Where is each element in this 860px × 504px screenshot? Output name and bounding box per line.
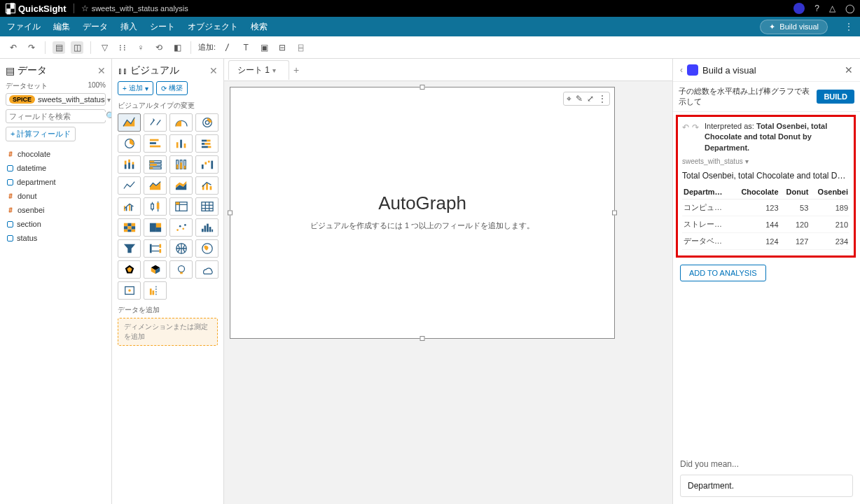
user-icon[interactable]: ◯ xyxy=(845,4,854,13)
vis-table-icon[interactable] xyxy=(195,197,219,216)
vis-geo-filled-icon[interactable] xyxy=(195,239,219,258)
nl-prompt-text[interactable]: 子の総数を水平積み上げ棒グラフで表示して xyxy=(679,86,813,107)
handle-top[interactable] xyxy=(420,85,425,90)
visual-panel-toggle-icon[interactable]: ◫ xyxy=(71,41,83,54)
vis-heatmap-icon[interactable] xyxy=(118,218,141,237)
handle-bottom[interactable] xyxy=(420,336,425,341)
vis-donut-icon[interactable] xyxy=(195,113,219,132)
vis-geo-points-icon[interactable] xyxy=(169,239,193,258)
vis-autograph-icon[interactable] xyxy=(118,113,141,132)
vis-sankey-icon[interactable] xyxy=(144,239,167,258)
structure-button[interactable]: ⟳ 構築 xyxy=(156,81,188,95)
vis-treemap-icon[interactable] xyxy=(144,218,167,237)
q-icon[interactable] xyxy=(793,3,805,14)
product-logo[interactable]: ▞ QuickSight xyxy=(6,4,67,14)
vis-hbar-icon[interactable] xyxy=(144,134,167,153)
notifications-icon[interactable]: △ xyxy=(829,4,835,13)
field-item[interactable]: status xyxy=(6,231,106,245)
vis-insight-icon[interactable] xyxy=(169,260,193,279)
back-icon[interactable]: ‹ xyxy=(680,65,683,75)
build-visual-pill[interactable]: ✦ Build visual xyxy=(760,20,828,34)
more-icon[interactable]: ⋮ xyxy=(598,94,606,104)
build-button[interactable]: BUILD xyxy=(817,90,854,104)
vis-scatter-icon[interactable] xyxy=(169,218,193,237)
field-dropzone[interactable]: ディメンションまたは測定を追加 xyxy=(118,318,218,346)
field-search[interactable]: 🔍 xyxy=(6,109,106,123)
redo-icon[interactable]: ↷ xyxy=(25,41,38,54)
sheet-tab[interactable]: シート 1 ▾ xyxy=(228,60,289,80)
add-control-icon[interactable]: ⊟ xyxy=(276,41,289,54)
col-department[interactable]: Departm… xyxy=(682,185,732,200)
add-line-chart-icon[interactable]: 〳 xyxy=(221,41,234,54)
add-sheet-icon[interactable]: + xyxy=(293,64,299,76)
close-icon[interactable]: ✕ xyxy=(97,65,106,76)
vis-waterfall-icon[interactable] xyxy=(195,155,219,174)
undo-icon[interactable]: ↶ xyxy=(682,122,689,132)
table-row[interactable]: データベ… 124 127 234 xyxy=(682,233,849,250)
close-icon[interactable]: ✕ xyxy=(845,64,853,76)
field-item[interactable]: section xyxy=(6,217,106,231)
vis-clustered-combo-icon[interactable] xyxy=(118,197,141,216)
star-icon[interactable]: ☆ xyxy=(81,4,89,13)
menu-file[interactable]: ファイル xyxy=(7,21,41,33)
insight-icon[interactable]: ♀ xyxy=(134,41,147,54)
vis-gauge-icon[interactable] xyxy=(169,113,193,132)
data-panel-toggle-icon[interactable]: ▤ xyxy=(53,41,65,54)
filter-icon[interactable]: ▽ xyxy=(98,41,111,54)
field-item[interactable]: datetime xyxy=(6,161,106,175)
vis-radar-icon[interactable] xyxy=(118,260,141,279)
col-osenbei[interactable]: Osenbei xyxy=(810,185,849,200)
menu-search[interactable]: 検索 xyxy=(251,21,268,33)
undo-icon[interactable]: ↶ xyxy=(7,41,20,54)
vis-hstacked100-icon[interactable] xyxy=(144,155,167,174)
dataset-select[interactable]: SPICE sweets_with_status ▾ xyxy=(6,93,106,106)
add-text-icon[interactable]: T xyxy=(240,41,252,54)
actions-icon[interactable]: ⟲ xyxy=(153,41,165,54)
vis-hstacked-icon[interactable] xyxy=(195,134,219,153)
themes-icon[interactable]: ◧ xyxy=(171,41,183,54)
vis-vstacked100-icon[interactable] xyxy=(169,155,193,174)
field-item[interactable]: department xyxy=(6,175,106,189)
vis-histogram-icon[interactable] xyxy=(195,218,219,237)
vis-vstacked-icon[interactable] xyxy=(118,155,141,174)
vis-kpi-icon[interactable] xyxy=(144,113,167,132)
expand-icon[interactable]: ⤢ xyxy=(587,94,594,104)
redo-icon[interactable]: ↷ xyxy=(692,122,699,132)
suggestion-item[interactable]: Department. xyxy=(680,475,853,497)
vis-boxplot-icon[interactable] xyxy=(144,197,167,216)
visual-frame[interactable]: ⌖ ✎ ⤢ ⋮ AutoGraph ビジュアルを作成するには 1 つ以上のフィー… xyxy=(230,87,615,339)
add-visual-button[interactable]: + 追加 ▾ xyxy=(118,81,153,95)
vis-pivot-icon[interactable] xyxy=(169,197,193,216)
vis-vbar-icon[interactable] xyxy=(169,134,193,153)
field-search-input[interactable] xyxy=(9,112,106,120)
parameters-icon[interactable]: ⫶⫶ xyxy=(116,41,129,54)
add-to-analysis-button[interactable]: ADD TO ANALYSIS xyxy=(680,265,766,281)
menu-data[interactable]: データ xyxy=(83,21,108,33)
field-item[interactable]: #donut xyxy=(6,189,106,203)
field-item[interactable]: #osenbei xyxy=(6,203,106,217)
vis-line-icon[interactable] xyxy=(118,176,141,195)
canvas-inner[interactable]: ⌖ ✎ ⤢ ⋮ AutoGraph ビジュアルを作成するには 1 つ以上のフィー… xyxy=(230,87,667,388)
menu-insert[interactable]: 挿入 xyxy=(120,21,137,33)
table-row[interactable]: コンピュ… 123 53 189 xyxy=(682,200,849,216)
close-icon[interactable]: ✕ xyxy=(209,65,218,76)
add-image-icon[interactable]: ▣ xyxy=(258,41,270,54)
vis-funnel-icon[interactable] xyxy=(118,239,141,258)
col-chocolate[interactable]: Chocolate xyxy=(732,185,779,200)
vis-combo-icon[interactable] xyxy=(195,176,219,195)
vis-pie-icon[interactable] xyxy=(118,134,141,153)
vis-3d-icon[interactable] xyxy=(144,260,167,279)
menu-object[interactable]: オブジェクト xyxy=(188,21,238,33)
format-visual-icon[interactable]: ✎ xyxy=(576,94,583,104)
table-row[interactable]: ストレー… 144 120 210 xyxy=(682,216,849,233)
chevron-down-icon[interactable]: ▾ xyxy=(272,66,276,74)
vis-wordcloud-icon[interactable] xyxy=(195,260,219,279)
vis-small-multiples-icon[interactable] xyxy=(144,281,167,300)
calc-field-button[interactable]: + 計算フィールド xyxy=(6,127,76,141)
col-donut[interactable]: Donut xyxy=(780,185,810,200)
menu-sheet[interactable]: シート xyxy=(150,21,175,33)
menu-edit[interactable]: 編集 xyxy=(53,21,70,33)
menu-more-icon[interactable]: ⋮ xyxy=(845,22,853,31)
help-icon[interactable]: ? xyxy=(814,4,819,13)
vis-area-icon[interactable] xyxy=(144,176,167,195)
